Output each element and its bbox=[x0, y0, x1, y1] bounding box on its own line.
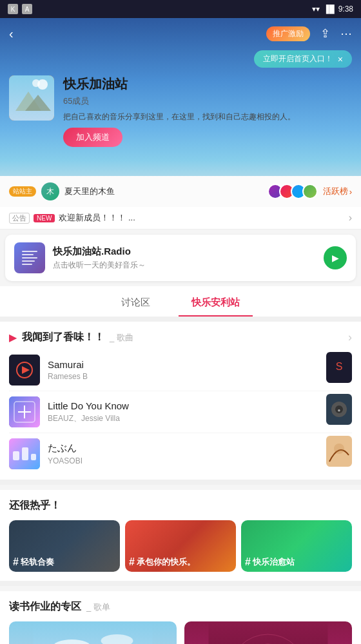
active-label: 活跃榜 bbox=[323, 186, 348, 197]
track-title-3: たぶん bbox=[48, 442, 352, 454]
song-section-title: 我闻到了香味！！ bbox=[22, 331, 104, 344]
track-info-1: Samurai Rameses B bbox=[48, 359, 352, 381]
reading-cards-container: ⊡⊡ INTO ETHER EP H bbox=[9, 621, 352, 644]
hash-icon-3: # bbox=[245, 556, 251, 568]
section-play-icon[interactable]: ▶ bbox=[9, 331, 17, 344]
hot-card-1[interactable]: # 轻轨合奏 bbox=[9, 520, 120, 572]
track-side-thumb-1: S bbox=[326, 352, 352, 383]
svg-point-23 bbox=[334, 444, 344, 454]
radio-card[interactable]: 快乐加油站.Radio 点击收听一天的美好音乐～ ▶ bbox=[5, 235, 356, 281]
reading-section-sub: _ 歌单 bbox=[86, 601, 110, 613]
divider-3 bbox=[0, 581, 361, 586]
radio-line-2 bbox=[22, 254, 34, 255]
public-label: 公告 bbox=[9, 213, 30, 224]
active-arrow: › bbox=[349, 187, 352, 197]
promo-tag[interactable]: 推广激励 bbox=[266, 26, 310, 41]
k-icon: K bbox=[8, 4, 18, 14]
member-count: 65成员 bbox=[63, 95, 352, 107]
promo-close-icon[interactable]: × bbox=[338, 54, 343, 64]
hot-card-bg-2: # 承包你的快乐。 bbox=[125, 520, 236, 572]
radio-line-5 bbox=[22, 264, 32, 265]
divider-2 bbox=[0, 480, 361, 485]
track-thumbnail-1 bbox=[9, 355, 40, 385]
track-list: Samurai Rameses B S bbox=[0, 349, 361, 474]
hot-card-bg-3: # 快乐治愈站 bbox=[241, 520, 352, 572]
join-button[interactable]: 加入频道 bbox=[63, 128, 122, 147]
active-rank-button[interactable]: 活跃榜 › bbox=[323, 186, 352, 197]
tab-happy-rec[interactable]: 快乐安利站 bbox=[179, 291, 253, 317]
radio-subtitle: 点击收听一天的美好音乐～ bbox=[53, 260, 316, 271]
track-artist-2: BEAUZ、Jessie Villa bbox=[48, 413, 352, 424]
track-thumbnail-2 bbox=[9, 396, 40, 427]
svg-rect-24 bbox=[34, 621, 153, 644]
nav-header: ‹ 推广激励 ⇪ ⋯ bbox=[0, 18, 361, 49]
track-info-2: Little Do You Know BEAUZ、Jessie Villa bbox=[48, 400, 352, 424]
host-badge: 站站主 bbox=[9, 186, 36, 197]
reading-section-title: 读书作业的专区 bbox=[9, 600, 81, 614]
song-section: ▶ 我闻到了香味！！ _ 歌曲 › Samurai Rameses B bbox=[0, 322, 361, 480]
hot-card-label-2: 承包你的快乐。 bbox=[137, 556, 195, 568]
host-row: 站站主 木 夏天里的木鱼 活跃榜 › bbox=[0, 176, 361, 207]
promo-open-button[interactable]: 立即开启首页入口！ × bbox=[254, 50, 352, 68]
hot-card-bg-1: # 轻轨合奏 bbox=[9, 520, 120, 572]
tab-discussion[interactable]: 讨论区 bbox=[108, 291, 163, 317]
track-info-3: たぶん YOASOBI bbox=[48, 442, 352, 465]
hot-card-3[interactable]: # 快乐治愈站 bbox=[241, 520, 352, 572]
promo-text: 立即开启首页入口！ bbox=[263, 54, 333, 64]
radio-icon bbox=[14, 242, 45, 273]
hot-cards-container: # 轻轨合奏 # 承包你的快乐。 # 快乐治愈站 bbox=[9, 520, 352, 572]
announcement-text: 欢迎新成员！！！ ... bbox=[59, 212, 344, 224]
group-description: 把自己喜欢的音乐分享到这里，在这里，找到和自己志趣相投的人。 bbox=[63, 111, 352, 122]
time-display: 9:38 bbox=[338, 5, 353, 14]
track-artist-1: Rameses B bbox=[48, 372, 352, 381]
status-bar: K A ▾▾ ▐█ 9:38 bbox=[0, 0, 361, 18]
svg-rect-20 bbox=[22, 447, 28, 460]
hot-card-label-1: 轻轨合奏 bbox=[21, 556, 54, 568]
hot-section: 还很热乎！ # 轻轨合奏 # 承包你的快乐。 # bbox=[0, 490, 361, 581]
more-icon[interactable]: ⋯ bbox=[340, 26, 352, 41]
battery-icon: ▐█ bbox=[324, 5, 335, 14]
reading-card-1[interactable]: ⊡⊡ INTO ETHER EP bbox=[9, 621, 177, 644]
play-icon: ▶ bbox=[332, 253, 339, 263]
member-avatar-4 bbox=[302, 184, 318, 199]
divider-1 bbox=[0, 317, 361, 322]
radio-title: 快乐加油站.Radio bbox=[53, 246, 316, 258]
host-avatar: 木 bbox=[41, 182, 59, 200]
hot-card-2[interactable]: # 承包你的快乐。 bbox=[125, 520, 236, 572]
group-title: 快乐加油站 bbox=[63, 75, 352, 93]
reading-section: 读书作业的专区 _ 歌单 bbox=[0, 591, 361, 644]
tab-bar: 讨论区 快乐安利站 bbox=[0, 286, 361, 317]
hot-card-label-3: 快乐治愈站 bbox=[253, 556, 295, 568]
new-badge: NEW bbox=[34, 214, 55, 222]
track-item[interactable]: Little Do You Know BEAUZ、Jessie Villa ● bbox=[9, 391, 352, 433]
reading-card-2[interactable]: H Hymns Vol. II PAUL CARDALL bbox=[184, 621, 352, 644]
radio-play-button[interactable]: ▶ bbox=[324, 246, 347, 269]
back-button[interactable]: ‹ bbox=[9, 26, 14, 41]
svg-text:●: ● bbox=[338, 407, 341, 413]
hash-icon-1: # bbox=[13, 556, 19, 568]
radio-line-3 bbox=[22, 257, 37, 259]
member-avatars bbox=[268, 184, 318, 199]
radio-line-4 bbox=[22, 260, 35, 262]
track-side-thumb-2: ● bbox=[326, 394, 352, 425]
host-name: 夏天里的木鱼 bbox=[64, 186, 115, 197]
track-artist-3: YOASOBI bbox=[48, 456, 352, 465]
track-item[interactable]: Samurai Rameses B S bbox=[9, 349, 352, 391]
svg-rect-21 bbox=[31, 454, 36, 460]
track-thumbnail-3 bbox=[9, 438, 40, 469]
song-section-arrow[interactable]: › bbox=[348, 331, 352, 344]
svg-rect-19 bbox=[13, 451, 19, 460]
hot-section-title: 还很热乎！ bbox=[9, 499, 352, 512]
share-icon[interactable]: ⇪ bbox=[320, 26, 330, 41]
announcement-arrow: › bbox=[349, 212, 352, 224]
track-title-2: Little Do You Know bbox=[48, 400, 352, 411]
svg-point-4 bbox=[32, 79, 40, 87]
radio-line-1 bbox=[22, 251, 37, 252]
svg-text:S: S bbox=[336, 361, 343, 372]
a-icon: A bbox=[22, 4, 32, 14]
announcement-bar[interactable]: 公告 NEW 欢迎新成员！！！ ... › bbox=[0, 207, 361, 229]
track-title-1: Samurai bbox=[48, 359, 352, 370]
track-item[interactable]: たぶん YOASOBI bbox=[9, 433, 352, 474]
hash-icon-2: # bbox=[129, 556, 135, 568]
track-side-thumb-3 bbox=[326, 436, 352, 467]
